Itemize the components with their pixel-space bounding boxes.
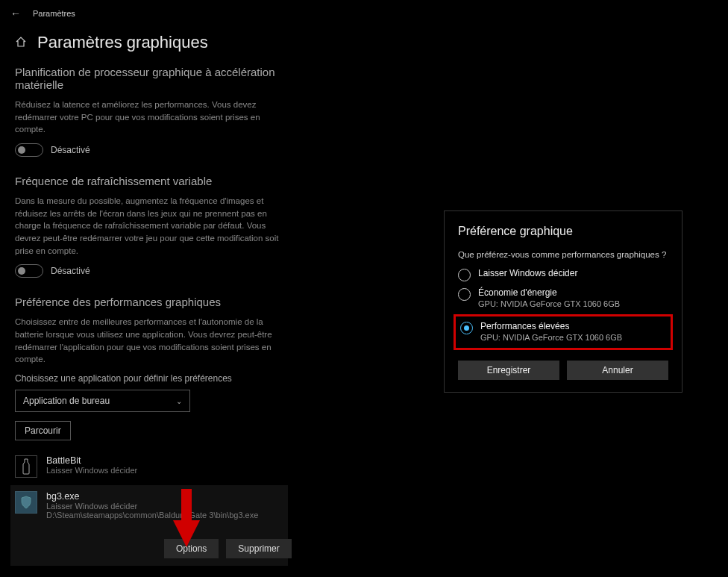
dialog-title: Préférence graphique [458,225,668,238]
chevron-down-icon: ⌄ [176,397,182,405]
vrr-toggle[interactable] [15,264,43,278]
radio-sublabel: GPU: NVIDIA GeForce GTX 1060 6GB [480,333,622,342]
titlebar: ← Paramètres [0,0,728,24]
section-title: Planification de processeur graphique à … [15,66,283,91]
app-info: bg3.exe Laisser Windows décider D:\Steam… [46,491,283,520]
section-desc: Réduisez la latence et améliorez les per… [15,99,283,136]
radio-icon [458,288,471,301]
radio-icon [458,269,471,281]
options-button[interactable]: Options [164,539,219,558]
toggle-row-vrr: Désactivé [15,264,283,278]
radio-icon [460,322,473,334]
app-icon [15,455,37,478]
app-row-bg3[interactable]: bg3.exe Laisser Windows décider D:\Steam… [10,485,288,566]
page-title: Paramètres graphiques [37,33,208,52]
section-title: Fréquence de rafraîchissement variable [15,175,283,187]
section-title: Préférence des performances graphiques [15,296,283,308]
section-desc: Choisissez entre de meilleures performan… [15,316,283,366]
radio-option-high-performance[interactable]: Performances élevées GPU: NVIDIA GeForce… [454,314,673,350]
app-pref: Laisser Windows décider [46,466,283,475]
toggle-label: Désactivé [51,266,90,276]
app-type-dropdown[interactable]: Application de bureau ⌄ [15,390,190,412]
dialog-buttons: Enregistrer Annuler [458,361,668,380]
content-area: Planification de processeur graphique à … [0,66,298,566]
app-icon [15,491,37,514]
radio-label: Performances élevées [480,321,622,331]
dialog-question: Que préférez-vous comme performances gra… [458,250,668,259]
radio-sublabel: GPU: NVIDIA GeForce GTX 1060 6GB [478,299,620,308]
section-perf-pref: Préférence des performances graphiques C… [15,296,283,566]
dropdown-value: Application de bureau [23,396,110,406]
radio-option-power-saving[interactable]: Économie d'énergie GPU: NVIDIA GeForce G… [458,287,668,308]
page-header: Paramètres graphiques [0,24,728,66]
app-path: D:\Steam\steamapps\common\Baldurs Gate 3… [46,511,283,520]
toggle-row-hw: Désactivé [15,143,283,157]
app-name: bg3.exe [46,491,283,502]
radio-label: Économie d'énergie [478,287,620,298]
app-info: BattleBit Laisser Windows décider [46,455,283,475]
home-icon[interactable] [15,36,27,50]
section-vrr: Fréquence de rafraîchissement variable D… [15,175,283,278]
section-hw-scheduling: Planification de processeur graphique à … [15,66,283,157]
app-row-battlebit[interactable]: BattleBit Laisser Windows décider [15,451,283,482]
save-button[interactable]: Enregistrer [458,361,559,380]
back-arrow-icon[interactable]: ← [10,7,21,19]
browse-button[interactable]: Parcourir [15,421,71,440]
choose-app-label: Choisissez une application pour définir … [15,373,283,384]
app-pref: Laisser Windows décider [46,502,283,511]
titlebar-title: Paramètres [33,9,75,18]
delete-button[interactable]: Supprimer [226,539,291,558]
graphics-preference-dialog: Préférence graphique Que préférez-vous c… [444,210,682,393]
cancel-button[interactable]: Annuler [567,361,668,380]
radio-option-windows-decide[interactable]: Laisser Windows décider [458,268,668,281]
app-name: BattleBit [46,455,283,466]
radio-label: Laisser Windows décider [478,268,577,278]
section-desc: Dans la mesure du possible, augmentez la… [15,195,283,257]
hw-sched-toggle[interactable] [15,143,43,157]
toggle-label: Désactivé [51,145,90,155]
app-buttons: Options Supprimer [15,539,283,558]
